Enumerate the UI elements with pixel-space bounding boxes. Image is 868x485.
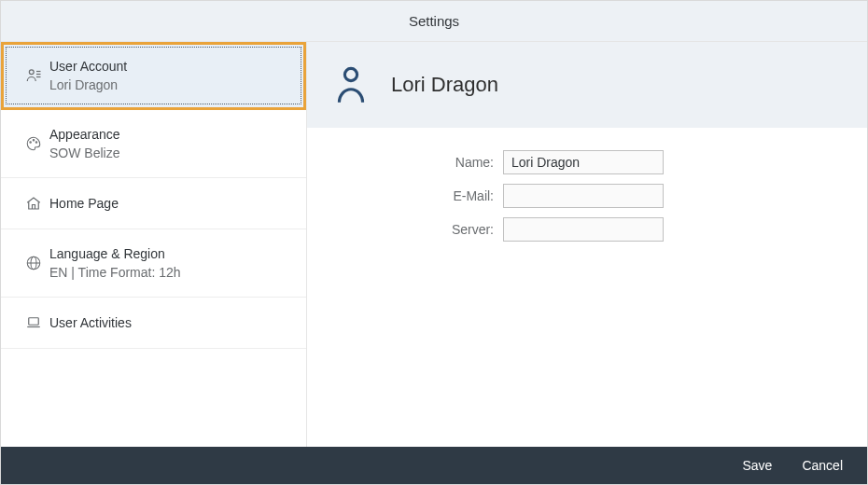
dialog-title: Settings xyxy=(1,1,867,42)
settings-dialog: Settings User Account Lori Dragon xyxy=(0,0,868,485)
sidebar-item-label: User Activities xyxy=(49,315,132,330)
cancel-button[interactable]: Cancel xyxy=(796,457,848,474)
dialog-footer: Save Cancel xyxy=(1,447,867,484)
email-label: E-Mail: xyxy=(307,188,494,203)
content-header: Lori Dragon xyxy=(307,42,867,128)
sidebar-item-label: User Account xyxy=(49,59,127,74)
sidebar-item-sublabel: SOW Belize xyxy=(49,146,120,160)
user-icon xyxy=(333,64,369,105)
sidebar-item-appearance[interactable]: Appearance SOW Belize xyxy=(1,110,306,178)
svg-point-5 xyxy=(33,140,35,142)
sidebar-item-language-region[interactable]: Language & Region EN | Time Format: 12h xyxy=(1,229,306,298)
svg-rect-10 xyxy=(29,318,39,326)
settings-sidebar: User Account Lori Dragon Appearance SOW … xyxy=(1,42,307,447)
svg-point-12 xyxy=(344,68,357,80)
svg-point-0 xyxy=(29,70,34,75)
svg-point-6 xyxy=(35,142,37,144)
server-label: Server: xyxy=(307,222,494,237)
save-button[interactable]: Save xyxy=(736,457,777,474)
globe-icon xyxy=(18,255,49,271)
sidebar-item-label: Language & Region xyxy=(49,246,181,261)
name-label: Name: xyxy=(307,155,494,170)
dialog-body: User Account Lori Dragon Appearance SOW … xyxy=(1,42,867,447)
sidebar-item-label: Home Page xyxy=(49,196,119,211)
form-row-name: Name: xyxy=(307,150,867,174)
name-input[interactable] xyxy=(503,150,664,174)
sidebar-item-home-page[interactable]: Home Page xyxy=(1,178,306,229)
user-form: Name: E-Mail: Server: xyxy=(307,128,867,251)
sidebar-item-sublabel: Lori Dragon xyxy=(49,77,127,92)
home-icon xyxy=(18,195,49,212)
form-row-server: Server: xyxy=(307,217,867,242)
server-input[interactable] xyxy=(503,217,664,242)
user-account-icon xyxy=(18,67,49,84)
sidebar-item-user-account[interactable]: User Account Lori Dragon xyxy=(1,42,306,110)
laptop-icon xyxy=(18,314,49,331)
palette-icon xyxy=(18,135,49,152)
sidebar-item-sublabel: EN | Time Format: 12h xyxy=(49,265,181,280)
svg-point-4 xyxy=(30,142,32,144)
email-input[interactable] xyxy=(503,184,664,208)
sidebar-item-label: Appearance xyxy=(49,127,120,142)
form-row-email: E-Mail: xyxy=(307,184,867,208)
content-panel: Lori Dragon Name: E-Mail: Server: xyxy=(307,42,867,447)
sidebar-item-user-activities[interactable]: User Activities xyxy=(1,298,306,349)
content-heading: Lori Dragon xyxy=(391,73,498,97)
